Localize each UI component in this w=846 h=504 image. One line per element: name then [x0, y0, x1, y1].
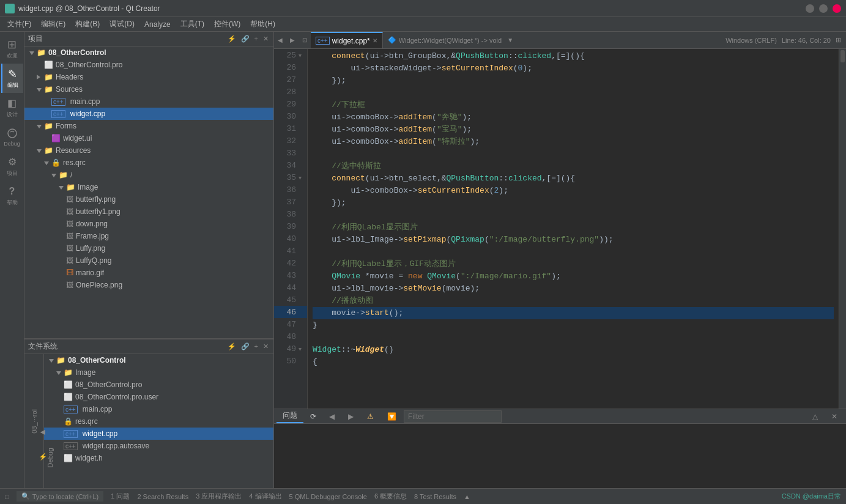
filter-input[interactable] [404, 410, 502, 423]
tree-item-frame[interactable]: 🖼 Frame.jpg [24, 230, 273, 242]
fs-close-icon[interactable]: ✕ [262, 343, 270, 350]
menu-controls[interactable]: 控件(W) [209, 18, 245, 31]
status-test-results[interactable]: 8 Test Results [414, 493, 456, 500]
line-num-26: 26 [274, 63, 299, 72]
tab-widget-cpp[interactable]: c++ widget.cpp* ✕ [311, 32, 383, 48]
tree-item-butterfly1[interactable]: 🖼 butterfly1.png [24, 206, 273, 218]
tab-nav-left[interactable]: ◀ [274, 32, 286, 48]
status-overview[interactable]: 6 概要信息 [374, 492, 407, 501]
tree-item-pro[interactable]: ⬜ 08_OtherControl.pro [24, 59, 273, 71]
filter-icon[interactable]: 🔽 [381, 411, 403, 422]
fs-tree-resqrc[interactable]: 🔒 res.qrc [44, 415, 273, 428]
fs-tree-image[interactable]: 📁 Image [44, 366, 273, 379]
fs-tree-autosave[interactable]: c++ widget.cpp.autosave [44, 440, 273, 452]
editor-tab-info: Windows (CRLF) Line: 46, Col: 20 ⊞ [721, 32, 846, 48]
tab-close-button[interactable]: ✕ [373, 37, 377, 44]
sidebar-edit-button[interactable]: ✎ 编辑 [1, 64, 23, 93]
gutter-line-32: 32 [274, 135, 307, 147]
line-num-31: 31 [274, 124, 299, 133]
tree-item-down[interactable]: 🖼 down.png [24, 218, 273, 230]
status-compile-output[interactable]: 4 编译输出 [249, 492, 281, 501]
tree-item-project-root[interactable]: 📁 08_OtherControl [24, 46, 273, 59]
gutter-line-50: 50 [274, 355, 307, 367]
menu-analyze[interactable]: Analyze [139, 19, 176, 30]
image-folder-icon: 📁 [66, 183, 75, 191]
tree-item-resqrc[interactable]: 🔒 res.qrc [24, 157, 273, 169]
breadcrumb-dropdown[interactable]: ▼ [504, 37, 516, 43]
tree-item-luffyq[interactable]: 🖼 LuffyQ.png [24, 254, 273, 267]
sync-icon[interactable]: ⟳ [307, 410, 319, 423]
status-search[interactable]: 2 Search Results [137, 493, 188, 500]
tree-item-onepiece[interactable]: 🖼 OnePiece.png [24, 279, 273, 291]
fs-link-icon[interactable]: 🔗 [240, 343, 251, 350]
tree-item-widgetcpp[interactable]: c++ widget.cpp [24, 108, 273, 120]
tree-item-butterfly[interactable]: 🖼 butterfly.png [24, 193, 273, 206]
status-checkbox[interactable]: □ [5, 493, 9, 500]
bottom-close[interactable]: ✕ [825, 411, 844, 422]
maximize-button[interactable] [819, 4, 828, 13]
code-line-42: //利用QLabel显示，GIF动态图片 [313, 258, 834, 270]
tree-item-widgetui[interactable]: 🟪 widget.ui [24, 132, 273, 144]
fs-add-icon[interactable]: + [253, 343, 259, 350]
expand-icon[interactable]: ⊞ [836, 36, 841, 44]
code-line-26: ui->stackedWidget->setCurrentIndex(0); [313, 62, 834, 75]
menu-edit[interactable]: 编辑(E) [36, 18, 70, 31]
fs-filter-icon[interactable]: ⚡ [226, 343, 237, 350]
sidebar-debug-button[interactable]: Debug [1, 122, 23, 152]
link-icon[interactable]: 🔗 [240, 35, 251, 43]
tree-item-luffy[interactable]: 🖼 Luffy.png [24, 242, 273, 254]
fs-tree-pro-user[interactable]: ⬜ 08_OtherControl.pro.user [44, 391, 273, 403]
menu-file[interactable]: 文件(F) [2, 18, 36, 31]
tree-item-headers[interactable]: 📁 Headers [24, 71, 273, 83]
line-num-39: 39 [274, 222, 299, 231]
sidebar-help-button[interactable]: ? 帮助 [1, 181, 23, 210]
bottom-nav-prev[interactable]: ◀ [323, 411, 341, 422]
status-problems[interactable]: 1 问题 [111, 492, 130, 501]
sidebar-design-button[interactable]: ◧ 设计 [1, 93, 23, 122]
menu-debug[interactable]: 调试(D) [105, 18, 139, 31]
fs-image-icon: 📁 [64, 368, 73, 377]
close-panel-icon[interactable]: ✕ [262, 35, 270, 43]
tab-nav-right[interactable]: ▶ [286, 32, 299, 48]
fs-tree-08othercontrol[interactable]: 📁 08_OtherControl [44, 354, 273, 366]
tree-item-forms[interactable]: 📁 Forms [24, 120, 273, 132]
cpp-icon: c++ [51, 98, 65, 106]
status-locate[interactable]: 🔍 Type to locate (Ctrl+L) [17, 491, 104, 502]
tree-item-root-folder[interactable]: 📁 / [24, 169, 273, 181]
filter-icon[interactable]: ⚡ [226, 35, 237, 43]
add-icon[interactable]: + [253, 35, 259, 43]
menu-tools[interactable]: 工具(T) [176, 18, 209, 31]
tree-item-sources[interactable]: 📁 Sources [24, 83, 273, 95]
code-line-41 [313, 246, 834, 258]
status-dropdown[interactable]: ▲ [464, 493, 470, 500]
fs-tree-widgeth[interactable]: ⬜ widget.h [44, 452, 273, 464]
fs-tree-widgetcpp[interactable]: c++ widget.cpp [44, 428, 273, 440]
bottom-nav-next[interactable]: ▶ [342, 411, 360, 422]
menu-build[interactable]: 构建(B) [70, 18, 105, 31]
editor-scrollbar[interactable] [839, 49, 846, 409]
status-app-output[interactable]: 3 应用程序输出 [196, 492, 242, 501]
tree-item-maincpp[interactable]: c++ main.cpp [24, 95, 273, 108]
menu-help[interactable]: 帮助(H) [245, 18, 280, 31]
code-line-37: }); [313, 197, 834, 209]
bottom-expand[interactable]: △ [806, 411, 824, 422]
step-button[interactable]: ⚡ [35, 451, 48, 464]
minimize-button[interactable] [806, 4, 814, 13]
fs-tree-maincpp[interactable]: c++ main.cpp [44, 403, 273, 415]
folder-icon: 📁 [37, 48, 46, 57]
sidebar-welcome-button[interactable]: ⊞ 欢迎 [1, 34, 23, 64]
bottom-tab-issues[interactable]: 问题 [276, 409, 303, 423]
close-button[interactable] [833, 4, 841, 13]
tree-item-resources[interactable]: 📁 Resources [24, 144, 273, 157]
tab-nav-split[interactable]: ⊡ [299, 32, 311, 48]
gutter-line-31: 31 [274, 122, 307, 135]
status-qml-debugger[interactable]: 5 QML Debugger Console [289, 493, 367, 500]
tree-item-mario[interactable]: 🎞 mario.gif [24, 267, 273, 279]
sidebar-project-button[interactable]: ⚙ 项目 [1, 152, 23, 181]
run-button[interactable]: ▶ [35, 426, 48, 439]
fs-tree-pro[interactable]: ⬜ 08_OtherControl.pro [44, 379, 273, 391]
code-line-27: }); [313, 75, 834, 87]
code-editor[interactable]: 25▾ 26 27 28 29 30 31 32 33 34 35▾ 36 37… [274, 49, 846, 409]
tree-item-image-folder[interactable]: 📁 Image [24, 181, 273, 193]
code-content[interactable]: connect(ui->btn_GroupBox,&QPushButton::c… [308, 49, 839, 409]
